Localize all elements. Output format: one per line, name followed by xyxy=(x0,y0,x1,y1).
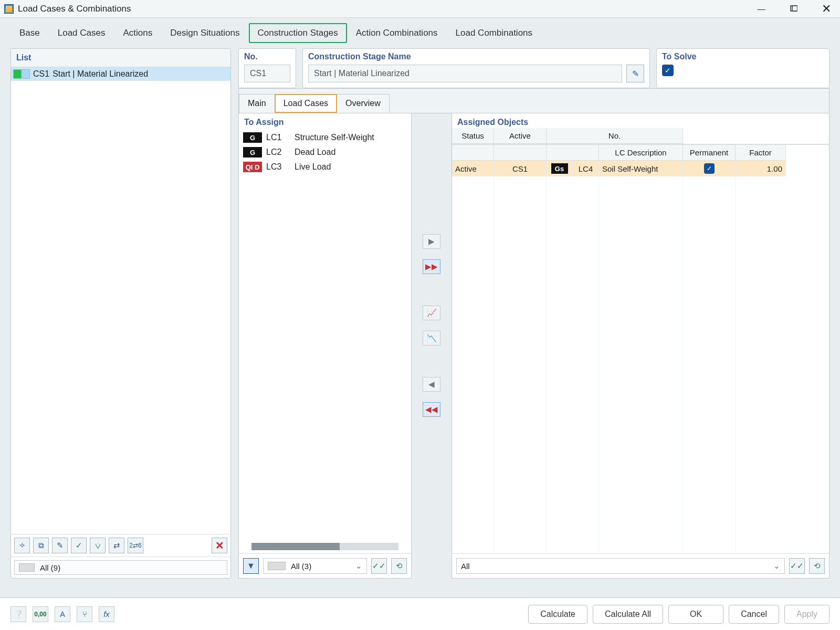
no-field-panel: No. CS1 xyxy=(238,48,296,88)
move-all-right-button[interactable]: ▶▶ xyxy=(423,259,440,274)
tab-design-situations[interactable]: Design Situations xyxy=(161,23,248,43)
list-panel: List CS1 Start | Material Linearized ✧ ⧉… xyxy=(10,48,231,579)
no-input[interactable]: CS1 xyxy=(244,65,290,82)
solve-checkbox[interactable]: ✓ xyxy=(662,65,674,76)
col-factor[interactable]: Factor xyxy=(736,145,786,161)
assign-code: LC1 xyxy=(266,133,290,142)
cell-no[interactable]: LC4 xyxy=(573,161,599,176)
list-toolbar: ✧ ⧉ ✎ ✓ ⩒ ⇄ 2⇄6 ✕ xyxy=(11,534,230,556)
cell-factor[interactable]: 1.00 xyxy=(736,161,786,176)
col-status[interactable]: Status xyxy=(452,128,494,144)
assign-header: To Assign xyxy=(239,113,411,128)
badge-qid-icon: QI D xyxy=(243,162,262,172)
minimize-button[interactable]: ― xyxy=(752,2,771,16)
chart-up-button[interactable]: 📈 xyxy=(423,306,440,320)
assign-refresh-button[interactable]: ⟲ xyxy=(391,558,407,574)
name-label: Construction Stage Name xyxy=(308,52,644,61)
assign-filter-select[interactable]: All (3)⌄ xyxy=(263,558,367,574)
col-no[interactable]: No. xyxy=(547,128,683,144)
calculate-all-button[interactable]: Calculate All xyxy=(593,605,663,624)
cancel-button[interactable]: Cancel xyxy=(729,605,779,624)
list-item-code: CS1 xyxy=(33,69,49,79)
list-body[interactable]: CS1 Start | Material Linearized xyxy=(11,67,230,534)
svg-rect-1 xyxy=(792,6,797,11)
col-permanent[interactable]: Permanent xyxy=(683,145,736,161)
tab-construction-stages[interactable]: Construction Stages xyxy=(249,23,347,43)
assign-filter-label: All (3) xyxy=(291,562,311,571)
swap-button[interactable]: ⇄ xyxy=(109,538,124,553)
maximize-button[interactable] xyxy=(784,2,803,16)
move-all-left-button[interactable]: ◀◀ xyxy=(423,402,440,417)
assign-scrollbar[interactable] xyxy=(251,543,398,550)
badge-g-icon: G xyxy=(243,132,262,143)
assigned-grid-body[interactable] xyxy=(452,176,829,553)
name-input[interactable]: Start | Material Linearized xyxy=(308,65,622,82)
subtab-overview[interactable]: Overview xyxy=(337,94,390,113)
branch-icon[interactable]: ⑂ xyxy=(77,606,92,622)
check-item-button[interactable]: ✓ xyxy=(71,538,87,553)
ok-button[interactable]: OK xyxy=(668,605,723,624)
cell-desc[interactable]: Soil Self-Weight xyxy=(599,161,683,176)
name-field-panel: Construction Stage Name Start | Material… xyxy=(302,48,650,88)
subtab-load-cases[interactable]: Load Cases xyxy=(275,94,337,113)
move-left-button[interactable]: ◀ xyxy=(423,377,440,392)
assign-item-lc3[interactable]: QI D LC3 Live Load xyxy=(241,160,409,174)
assign-list[interactable]: G LC1 Structure Self-Weight G LC2 Dead L… xyxy=(239,128,411,541)
units-icon[interactable]: 0,00 xyxy=(33,606,48,622)
list-item-name: Start | Material Linearized xyxy=(52,69,148,79)
col-active[interactable]: Active xyxy=(494,128,547,144)
apply-button[interactable]: Apply xyxy=(784,605,830,624)
cell-status[interactable]: Active xyxy=(452,161,494,176)
delete-item-button[interactable]: ✕ xyxy=(212,538,227,553)
edit-item-button[interactable]: ✎ xyxy=(52,538,68,553)
badge-gs-icon: Gs xyxy=(551,163,568,174)
assign-filter-button[interactable]: ▼ xyxy=(243,558,259,574)
check-all-button[interactable]: ⩒ xyxy=(90,538,106,553)
tab-base[interactable]: Base xyxy=(10,23,49,43)
cell-permanent[interactable]: ✓ xyxy=(683,161,736,176)
edit-name-button[interactable]: ✎ xyxy=(626,65,644,82)
tab-load-cases[interactable]: Load Cases xyxy=(49,23,114,43)
chart-down-button[interactable]: 📉 xyxy=(423,331,440,345)
help-icon[interactable]: ❔ xyxy=(10,606,26,622)
badge-g-icon: G xyxy=(243,147,262,158)
list-filter-select[interactable]: All (9) xyxy=(14,560,227,575)
subtab-main[interactable]: Main xyxy=(239,94,275,113)
move-right-button[interactable]: ▶ xyxy=(423,234,440,249)
no-label: No. xyxy=(244,52,290,61)
copy-item-button[interactable]: ⧉ xyxy=(33,538,49,553)
col-no2 xyxy=(547,145,599,161)
assigned-refresh-button[interactable]: ⟲ xyxy=(809,558,825,574)
footer-bar: ❔ 0,00 A ⑂ fx Calculate Calculate All OK… xyxy=(0,597,840,630)
fx-icon[interactable]: fx xyxy=(99,606,114,622)
assign-check-button[interactable]: ✓✓ xyxy=(371,558,387,574)
assign-item-lc1[interactable]: G LC1 Structure Self-Weight xyxy=(241,130,409,145)
list-item-cs1[interactable]: CS1 Start | Material Linearized xyxy=(11,67,230,81)
assign-desc: Structure Self-Weight xyxy=(295,133,374,142)
tab-actions[interactable]: Actions xyxy=(114,23,161,43)
cell-active[interactable]: CS1 xyxy=(494,161,547,176)
assigned-panel: Assigned Objects Status Active No. LC De… xyxy=(452,113,830,579)
renumber-button[interactable]: 2⇄6 xyxy=(128,538,143,553)
window-title: Load Cases & Combinations xyxy=(18,4,131,14)
cell-badge[interactable]: Gs xyxy=(547,161,573,176)
assigned-grid-header: Status Active No. xyxy=(452,128,829,144)
main-tabbar: Base Load Cases Actions Design Situation… xyxy=(0,18,840,43)
close-button[interactable]: ✕ xyxy=(817,2,836,16)
assign-item-lc2[interactable]: G LC2 Dead Load xyxy=(241,145,409,160)
font-icon[interactable]: A xyxy=(55,606,70,622)
list-header: List xyxy=(11,49,230,67)
new-item-button[interactable]: ✧ xyxy=(14,538,30,553)
assigned-filter-select[interactable]: All⌄ xyxy=(456,558,785,574)
col-desc[interactable]: LC Description xyxy=(599,145,683,161)
calculate-button[interactable]: Calculate xyxy=(528,605,587,624)
solve-field-panel: To Solve ✓ xyxy=(656,48,830,88)
col-active2 xyxy=(494,145,547,161)
assign-panel: To Assign G LC1 Structure Self-Weight G … xyxy=(238,113,412,579)
assigned-check-button[interactable]: ✓✓ xyxy=(789,558,805,574)
list-filter-label: All (9) xyxy=(40,563,60,572)
tab-action-combinations[interactable]: Action Combinations xyxy=(347,23,447,43)
tab-load-combinations[interactable]: Load Combinations xyxy=(447,23,541,43)
list-color-swatch xyxy=(13,69,30,79)
title-bar: Load Cases & Combinations ― ✕ xyxy=(0,0,840,18)
